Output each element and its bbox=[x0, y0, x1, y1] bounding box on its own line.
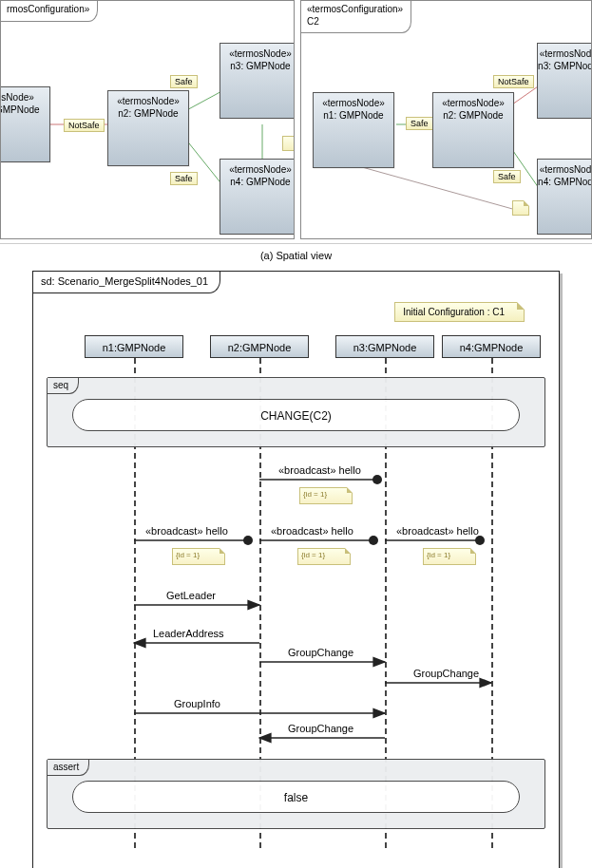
msg-leaderaddress: LeaderAddress bbox=[153, 628, 224, 639]
sequence-title: sd: Scenario_MergeSplit4Nodes_01 bbox=[33, 272, 220, 293]
msg-hello-n4: «broadcast» hello bbox=[396, 525, 479, 537]
config-panel-left: rmosConfiguration» rmosNode» n1: GMPNode… bbox=[0, 0, 295, 239]
node-n1-right: «termosNode» n1: GMPNode bbox=[313, 92, 394, 168]
tag-notsafe-left: NotSafe bbox=[64, 119, 105, 132]
svg-line-7 bbox=[345, 162, 516, 210]
node-n3-left: «termosNode» n3: GMPNode bbox=[220, 43, 295, 119]
config-title-left: rmosConfiguration» bbox=[1, 1, 98, 22]
assert-fragment-label: assert bbox=[48, 760, 89, 776]
node-n2-right: «termosNode» n2: GMPNode bbox=[432, 92, 514, 168]
n4r-label: n4: GMPNod bbox=[538, 177, 592, 187]
config-panel-right: «termosConfiguration» C2 «termosNode» n1… bbox=[300, 0, 592, 239]
msg-groupchange-2: GroupChange bbox=[413, 668, 479, 679]
msg-groupchange-1: GroupChange bbox=[288, 647, 353, 658]
n2-stereo: «termosNode» bbox=[117, 96, 180, 106]
note-doc-right bbox=[512, 200, 529, 216]
n3-stereo: «termosNode» bbox=[229, 48, 292, 59]
n2r-stereo: «termosNode» bbox=[442, 98, 505, 108]
config-title-right-line2: C2 bbox=[307, 16, 319, 27]
assert-pill: false bbox=[72, 781, 520, 813]
note-doc-left bbox=[282, 136, 295, 151]
n2-label: n2: GMPNode bbox=[118, 108, 178, 119]
tag-safe-left-1: Safe bbox=[170, 75, 198, 88]
msg-hello-n2: «broadcast» hello bbox=[271, 525, 353, 537]
svg-point-9 bbox=[372, 475, 382, 484]
n4r-stereo: «termosNod bbox=[540, 164, 591, 175]
svg-point-11 bbox=[243, 536, 253, 545]
config-title-right-line1: «termosConfiguration» bbox=[307, 4, 403, 14]
idnote-3: {id = 1} bbox=[297, 548, 351, 565]
lifeline-n3: n3:GMPNode bbox=[335, 335, 434, 358]
tag-safe-right-2: Safe bbox=[493, 170, 521, 183]
msg-groupinfo: GroupInfo bbox=[174, 698, 220, 709]
lifeline-n2: n2:GMPNode bbox=[210, 335, 309, 358]
sequence-frame: sd: Scenario_MergeSplit4Nodes_01 Initial… bbox=[32, 271, 560, 868]
n3r-stereo: «termosNod bbox=[540, 48, 591, 59]
initial-config-note: Initial Configuration : C1 bbox=[394, 302, 525, 322]
idnote-4: {id = 1} bbox=[423, 548, 476, 565]
seq-fragment-label: seq bbox=[48, 378, 79, 394]
idnote-1: {id = 1} bbox=[299, 487, 353, 504]
node-n2-left: «termosNode» n2: GMPNode bbox=[107, 90, 189, 166]
n1-label: n1: GMPNode bbox=[0, 104, 40, 115]
node-n1-left: rmosNode» n1: GMPNode bbox=[0, 86, 50, 162]
msg-hello-n1: «broadcast» hello bbox=[145, 525, 228, 537]
spatial-view-row: rmosConfiguration» rmosNode» n1: GMPNode… bbox=[0, 0, 592, 244]
msg-groupchange-3: GroupChange bbox=[288, 723, 353, 734]
n1r-label: n1: GMPNode bbox=[323, 110, 383, 121]
change-pill: CHANGE(C2) bbox=[72, 399, 520, 431]
svg-point-15 bbox=[475, 536, 485, 545]
page-container: rmosConfiguration» rmosNode» n1: GMPNode… bbox=[0, 0, 592, 868]
n3-label: n3: GMPNode bbox=[230, 61, 290, 71]
idnote-2: {id = 1} bbox=[172, 548, 225, 565]
tag-notsafe-right: NotSafe bbox=[493, 75, 534, 88]
msg-getleader: GetLeader bbox=[166, 590, 216, 601]
seq-fragment: seq CHANGE(C2) bbox=[47, 377, 545, 447]
n4-stereo: «termosNode» bbox=[229, 164, 292, 175]
node-n3-right: «termosNod n3: GMPNod bbox=[537, 43, 592, 119]
node-n4-right: «termosNod n4: GMPNod bbox=[537, 159, 592, 235]
lifeline-n1: n1:GMPNode bbox=[85, 335, 183, 358]
n2r-label: n2: GMPNode bbox=[443, 110, 503, 121]
spatial-caption: (a) Spatial view bbox=[0, 244, 592, 271]
lifelines-area: n1:GMPNode n2:GMPNode n3:GMPNode n4:GMPN… bbox=[33, 335, 559, 848]
n1r-stereo: «termosNode» bbox=[322, 98, 385, 108]
lifeline-n4: n4:GMPNode bbox=[442, 335, 541, 358]
n1-stereo: rmosNode» bbox=[0, 92, 34, 103]
assert-fragment: assert false bbox=[47, 759, 545, 829]
config-title-left-line1: rmosConfiguration» bbox=[7, 4, 89, 14]
tag-safe-right-1: Safe bbox=[406, 117, 433, 130]
svg-point-13 bbox=[369, 536, 378, 545]
node-n4-left: «termosNode» n4: GMPNode bbox=[220, 159, 295, 235]
n3r-label: n3: GMPNod bbox=[538, 61, 592, 71]
n4-label: n4: GMPNode bbox=[230, 177, 290, 187]
msg-hello-n2n3: «broadcast» hello bbox=[278, 464, 361, 476]
config-title-right: «termosConfiguration» C2 bbox=[301, 1, 411, 33]
tag-safe-left-2: Safe bbox=[170, 172, 198, 185]
